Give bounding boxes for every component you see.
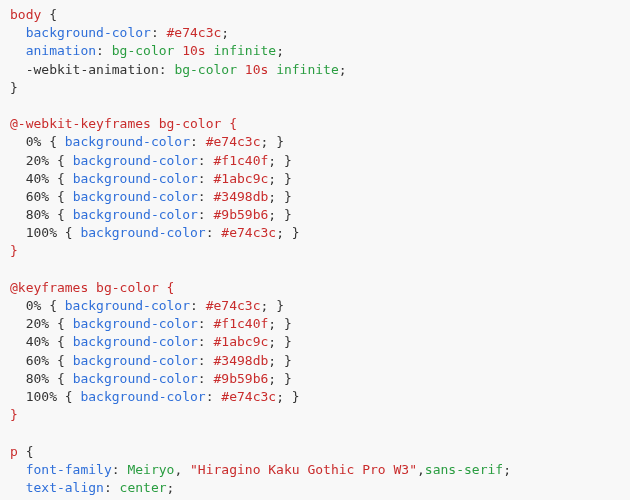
at-rule: @keyframes xyxy=(10,280,88,295)
property: animation xyxy=(26,43,96,58)
value: #e74c3c xyxy=(221,389,276,404)
line: 40% { background-color: #1abc9c; } xyxy=(10,334,292,349)
line: background-color: #e74c3c; xyxy=(10,25,229,40)
property: font-family xyxy=(26,462,112,477)
property: background-color xyxy=(80,225,205,240)
at-rule: @-webkit-keyframes xyxy=(10,116,151,131)
line: 0% { background-color: #e74c3c; } xyxy=(10,134,284,149)
value: #f1c40f xyxy=(214,316,269,331)
value: #f1c40f xyxy=(214,153,269,168)
keyframe-pct: 0% xyxy=(26,298,42,313)
value: bg-color xyxy=(174,62,237,77)
line: 60% { background-color: #3498db; } xyxy=(10,189,292,204)
value: 10s xyxy=(182,43,205,58)
value: 10s xyxy=(245,62,268,77)
keyframe-pct: 100% xyxy=(26,389,57,404)
property: background-color xyxy=(73,189,198,204)
line: @-webkit-keyframes bg-color { xyxy=(10,116,237,131)
keyframe-pct: 20% xyxy=(26,316,49,331)
value: #9b59b6 xyxy=(214,207,269,222)
value: #e74c3c xyxy=(206,134,261,149)
value: center xyxy=(120,480,167,495)
line: @keyframes bg-color { xyxy=(10,280,174,295)
line: -webkit-animation: bg-color 10s infinite… xyxy=(10,62,347,77)
selector: p xyxy=(10,444,18,459)
value: #e74c3c xyxy=(167,25,222,40)
value: infinite xyxy=(214,43,277,58)
keyframe-pct: 100% xyxy=(26,225,57,240)
keyframe-pct: 20% xyxy=(26,153,49,168)
property: background-color xyxy=(73,171,198,186)
keyframe-pct: 80% xyxy=(26,207,49,222)
line: 20% { background-color: #f1c40f; } xyxy=(10,153,292,168)
value: #1abc9c xyxy=(214,334,269,349)
value: #3498db xyxy=(214,189,269,204)
line: 100% { background-color: #e74c3c; } xyxy=(10,389,300,404)
value: #e74c3c xyxy=(221,225,276,240)
value: infinite xyxy=(276,62,339,77)
property: background-color xyxy=(80,389,205,404)
line: } xyxy=(10,243,18,258)
line: p { xyxy=(10,444,33,459)
line: animation: bg-color 10s infinite; xyxy=(10,43,284,58)
keyframe-pct: 0% xyxy=(26,134,42,149)
keyframe-pct: 40% xyxy=(26,171,49,186)
keyframe-pct: 60% xyxy=(26,189,49,204)
line: 80% { background-color: #9b59b6; } xyxy=(10,371,292,386)
value: sans-serif xyxy=(425,462,503,477)
line: 80% { background-color: #9b59b6; } xyxy=(10,207,292,222)
value: #1abc9c xyxy=(214,171,269,186)
property: background-color xyxy=(73,153,198,168)
property: background-color xyxy=(73,316,198,331)
keyframe-pct: 40% xyxy=(26,334,49,349)
value: #9b59b6 xyxy=(214,371,269,386)
line: font-family: Meiryo, "Hiragino Kaku Goth… xyxy=(10,462,511,477)
value: #e74c3c xyxy=(206,298,261,313)
property: -webkit-animation xyxy=(26,62,159,77)
kf-name: bg-color xyxy=(159,116,222,131)
value: #3498db xyxy=(214,353,269,368)
line: } xyxy=(10,80,18,95)
property: background-color xyxy=(26,25,151,40)
property: background-color xyxy=(65,298,190,313)
value: Meiryo xyxy=(127,462,174,477)
selector: body xyxy=(10,7,41,22)
line: body { xyxy=(10,7,57,22)
line: 60% { background-color: #3498db; } xyxy=(10,353,292,368)
line: 40% { background-color: #1abc9c; } xyxy=(10,171,292,186)
value: bg-color xyxy=(112,43,175,58)
property: background-color xyxy=(73,207,198,222)
value: "Hiragino Kaku Gothic Pro W3" xyxy=(190,462,417,477)
property: text-align xyxy=(26,480,104,495)
keyframe-pct: 80% xyxy=(26,371,49,386)
line: text-align: center; xyxy=(10,480,174,495)
line: 0% { background-color: #e74c3c; } xyxy=(10,298,284,313)
kf-name: bg-color xyxy=(96,280,159,295)
line: 20% { background-color: #f1c40f; } xyxy=(10,316,292,331)
line: 100% { background-color: #e74c3c; } xyxy=(10,225,300,240)
property: background-color xyxy=(73,334,198,349)
line: } xyxy=(10,407,18,422)
property: background-color xyxy=(73,353,198,368)
keyframe-pct: 60% xyxy=(26,353,49,368)
property: background-color xyxy=(73,371,198,386)
property: background-color xyxy=(65,134,190,149)
code-block: body { background-color: #e74c3c; animat… xyxy=(0,0,630,500)
